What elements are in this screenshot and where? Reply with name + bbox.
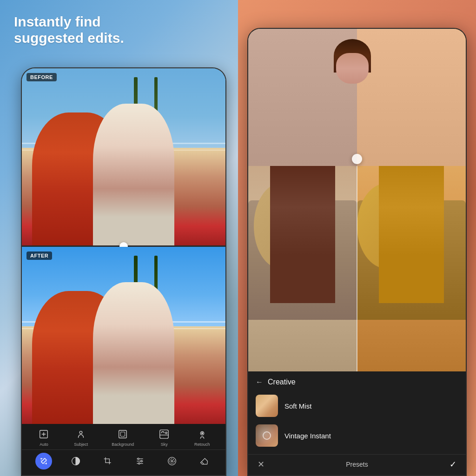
preset-soft-mist[interactable]: Soft Mist xyxy=(248,391,466,421)
svg-rect-3 xyxy=(121,432,125,436)
headline-text: Instantly find suggested edits. xyxy=(14,14,224,46)
sliders-icon xyxy=(135,456,145,466)
background-svg-icon xyxy=(118,429,128,439)
presets-label: Presets xyxy=(346,461,368,468)
svg-point-15 xyxy=(140,460,142,462)
eraser-icon xyxy=(199,456,209,466)
auto-label: Auto xyxy=(40,442,48,447)
svg-point-1 xyxy=(80,431,83,434)
sky-icon xyxy=(158,428,171,441)
close-button[interactable]: ✕ xyxy=(258,459,264,469)
radial-button[interactable] xyxy=(164,453,180,469)
vintage-instant-thumbnail xyxy=(256,424,278,447)
tool-icons-row: Auto Subject xyxy=(22,428,225,450)
before-photo-sim xyxy=(22,68,225,245)
subject-svg-icon xyxy=(76,429,86,439)
tool-background[interactable]: Background xyxy=(112,428,134,447)
heal-button[interactable] xyxy=(196,453,212,469)
vintage-instant-label: Vintage Instant xyxy=(284,432,331,440)
crop-button[interactable] xyxy=(99,453,116,469)
photo-before: BEFORE xyxy=(22,68,225,245)
before-label: BEFORE xyxy=(26,73,57,81)
half-circle-icon xyxy=(71,456,80,466)
svg-point-8 xyxy=(41,458,42,459)
soft-mist-thumbnail xyxy=(256,395,278,417)
background-icon xyxy=(116,428,129,441)
soft-mist-label: Soft Mist xyxy=(284,402,311,410)
tool-retouch[interactable]: Retouch xyxy=(194,428,210,447)
svg-line-20 xyxy=(202,462,204,464)
left-panel: Instantly find suggested edits. xyxy=(0,0,238,476)
svg-point-7 xyxy=(201,433,203,434)
sky-label: Sky xyxy=(161,442,168,447)
photo-after: AFTER xyxy=(22,247,225,424)
retouch-icon xyxy=(196,428,209,441)
svg-point-5 xyxy=(165,432,167,434)
creative-panel: ← Creative Soft Mist Vintage Instant xyxy=(248,371,466,475)
photo-compare xyxy=(248,29,466,371)
woman-head xyxy=(329,39,376,95)
svg-point-19 xyxy=(171,460,172,462)
back-button[interactable]: ← xyxy=(256,378,263,386)
preset-vintage-instant[interactable]: Vintage Instant xyxy=(248,421,466,450)
svg-point-17 xyxy=(168,457,176,465)
radial-icon xyxy=(167,456,177,466)
compare-handle[interactable] xyxy=(352,154,362,164)
magic-wand-button[interactable] xyxy=(35,453,52,469)
svg-point-14 xyxy=(138,458,139,459)
preset-list: Soft Mist Vintage Instant xyxy=(248,391,466,454)
crop-icon xyxy=(103,456,112,466)
auto-icon xyxy=(37,428,50,441)
creative-header: ← Creative xyxy=(248,371,466,391)
svg-point-16 xyxy=(138,463,139,464)
svg-point-18 xyxy=(170,459,174,463)
preset-bottom-bar: ✕ Presets ✓ xyxy=(248,454,466,475)
svg-rect-4 xyxy=(160,430,168,438)
subject-icon xyxy=(74,428,87,441)
auto-svg-icon xyxy=(39,429,49,439)
subject-label: Subject xyxy=(74,442,88,447)
magic-wand-icon xyxy=(40,457,48,465)
circle-button[interactable] xyxy=(67,453,84,469)
tool-sky[interactable]: Sky xyxy=(158,428,171,447)
retouch-label: Retouch xyxy=(194,442,210,447)
creative-title: Creative xyxy=(268,378,296,386)
tool-subject[interactable]: Subject xyxy=(74,428,88,447)
right-panel: ← Creative Soft Mist Vintage Instant xyxy=(238,0,476,476)
after-photo-sim xyxy=(22,247,225,424)
sky-svg-icon xyxy=(159,429,169,439)
confirm-button[interactable]: ✓ xyxy=(450,459,456,469)
adjust-button[interactable] xyxy=(132,453,148,469)
svg-rect-2 xyxy=(119,430,127,438)
tool-auto[interactable]: Auto xyxy=(37,428,50,447)
phone-mockup-left: BEFORE AFTER xyxy=(21,67,226,476)
bottom-action-row xyxy=(22,450,225,473)
svg-point-9 xyxy=(46,463,46,464)
after-label: AFTER xyxy=(26,251,52,260)
phone-mockup-right: ← Creative Soft Mist Vintage Instant xyxy=(247,28,467,476)
retouch-svg-icon xyxy=(197,429,207,439)
background-label: Background xyxy=(112,442,134,447)
phone-inner-left: BEFORE AFTER xyxy=(22,68,225,475)
bottom-toolbar: Auto Subject xyxy=(22,424,225,475)
